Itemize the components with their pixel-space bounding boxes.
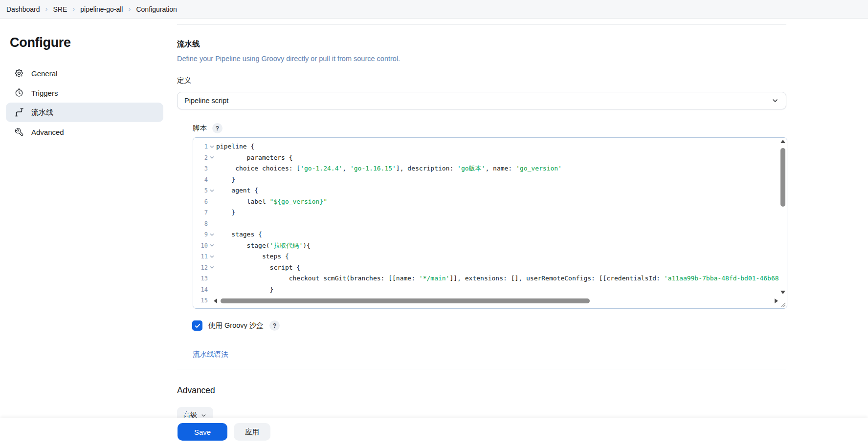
sandbox-help-button[interactable]: ?: [269, 320, 280, 331]
line-number: 13: [193, 273, 208, 284]
action-bar: Save 应用: [0, 418, 868, 446]
code-line: 7 }: [193, 207, 787, 218]
section-divider-bottom: [177, 369, 786, 369]
code-line: 14 }: [193, 284, 787, 296]
fold-toggle-icon[interactable]: [208, 188, 216, 193]
line-number: 2: [193, 152, 208, 164]
code-text: label "${go_version}": [216, 196, 327, 208]
sidebar-item-pipeline[interactable]: 流水线: [6, 103, 163, 122]
sidebar-item-wrench[interactable]: Advanced: [6, 122, 163, 142]
fold-toggle-icon[interactable]: [208, 243, 216, 248]
code-text: choice choices: ['go-1.24.4', 'go-1.16.1…: [216, 163, 562, 174]
definition-select-value: Pipeline script: [184, 97, 228, 105]
apply-button[interactable]: 应用: [234, 423, 270, 441]
code-line: 10 stage('拉取代码'){: [193, 240, 787, 252]
line-number: 14: [193, 284, 208, 296]
code-text: stages {: [216, 229, 262, 240]
pipeline-icon: [14, 107, 24, 117]
code-line: 8: [193, 218, 787, 230]
line-number: 5: [193, 185, 208, 196]
scroll-down-arrow-icon[interactable]: [780, 291, 785, 294]
pipeline-section-title: 流水线: [177, 39, 200, 49]
sidebar-item-gear[interactable]: General: [6, 64, 163, 83]
script-help-button[interactable]: ?: [212, 123, 223, 133]
sidebar-item-label: General: [31, 69, 57, 78]
code-line: 5 agent {: [193, 185, 787, 196]
pipeline-syntax-link[interactable]: 流水线语法: [193, 350, 228, 359]
code-text: script {: [216, 262, 300, 274]
fold-toggle-icon[interactable]: [208, 144, 216, 149]
advanced-section-title: Advanced: [177, 385, 215, 396]
code-line: 12 script {: [193, 262, 787, 274]
script-code-editor[interactable]: 1 pipeline { 2 parameters { 3 choice cho…: [193, 137, 787, 309]
code-text: }: [216, 174, 235, 186]
line-number: 8: [193, 218, 208, 230]
line-number: 6: [193, 196, 208, 208]
vertical-scrollbar-thumb[interactable]: [780, 148, 785, 207]
code-line: 2 parameters {: [193, 152, 787, 164]
sidebar-item-label: Triggers: [31, 89, 58, 97]
code-line: 9 stages {: [193, 229, 787, 240]
line-number: 15: [193, 295, 208, 306]
code-line: 11 steps {: [193, 251, 787, 262]
line-number: 11: [193, 251, 208, 262]
code-line: 1 pipeline {: [193, 141, 787, 152]
fold-toggle-icon[interactable]: [208, 232, 216, 237]
breadcrumb-separator-icon: ›: [45, 5, 48, 12]
code-line: 4 }: [193, 174, 787, 186]
code-text: checkout scmGit(branches: [[name: '*/mai…: [216, 273, 779, 284]
line-number: 12: [193, 262, 208, 274]
code-text: agent {: [216, 185, 258, 196]
scroll-left-arrow-icon[interactable]: [214, 298, 217, 303]
breadcrumb-separator-icon: ›: [72, 5, 75, 12]
sidebar-nav: General Triggers 流水线 Advanced: [6, 64, 163, 142]
code-text: }: [216, 207, 235, 218]
groovy-sandbox-checkbox[interactable]: [192, 320, 202, 331]
breadcrumb-separator-icon: ›: [128, 5, 131, 12]
save-button[interactable]: Save: [178, 423, 227, 441]
sidebar-item-label: 流水线: [31, 108, 53, 117]
vertical-scrollbar[interactable]: [780, 140, 786, 294]
code-line: 13 checkout scmGit(branches: [[name: '*/…: [193, 273, 787, 284]
page-title: Configure: [10, 35, 71, 50]
line-number: 10: [193, 240, 208, 252]
code-line: 3 choice choices: ['go-1.24.4', 'go-1.16…: [193, 163, 787, 174]
definition-select[interactable]: Pipeline script: [177, 92, 786, 109]
resize-grip[interactable]: [780, 301, 786, 307]
scroll-right-arrow-icon[interactable]: [775, 298, 778, 303]
line-number: 4: [193, 174, 208, 186]
section-divider-top: [177, 24, 786, 25]
gear-icon: [14, 68, 24, 78]
breadcrumb-item-configuration[interactable]: Configuration: [136, 5, 177, 13]
groovy-sandbox-label: 使用 Groovy 沙盒: [208, 321, 264, 330]
clock-icon: [14, 88, 24, 98]
pipeline-description: Define your Pipeline using Groovy direct…: [177, 55, 400, 63]
code-text: pipeline {: [216, 141, 254, 152]
horizontal-scrollbar[interactable]: [214, 297, 778, 305]
breadcrumb-item-sre[interactable]: SRE: [53, 5, 67, 13]
chevron-down-icon: [771, 97, 779, 105]
fold-toggle-icon[interactable]: [208, 265, 216, 270]
line-number: 3: [193, 163, 208, 174]
horizontal-scrollbar-thumb[interactable]: [221, 298, 590, 303]
code-text: steps {: [216, 251, 289, 262]
sidebar-item-label: Advanced: [31, 128, 64, 136]
script-label: 脚本: [193, 124, 207, 133]
wrench-icon: [14, 127, 24, 137]
sidebar-item-clock[interactable]: Triggers: [6, 83, 163, 103]
definition-label: 定义: [177, 76, 191, 85]
scroll-up-arrow-icon[interactable]: [780, 140, 785, 143]
line-number: 9: [193, 229, 208, 240]
code-lines: 1 pipeline { 2 parameters { 3 choice cho…: [193, 141, 787, 306]
breadcrumb-item-pipeline-go-all[interactable]: pipeline-go-all: [80, 5, 123, 13]
fold-toggle-icon[interactable]: [208, 155, 216, 160]
fold-toggle-icon[interactable]: [208, 254, 216, 259]
code-text: stage('拉取代码'){: [216, 240, 311, 252]
breadcrumb-item-dashboard[interactable]: Dashboard: [6, 5, 40, 13]
line-number: 1: [193, 141, 208, 152]
code-text: parameters {: [216, 152, 293, 164]
checkmark-icon: [194, 322, 201, 329]
code-text: }: [216, 284, 273, 296]
code-line: 6 label "${go_version}": [193, 196, 787, 208]
breadcrumb-bar: Dashboard›SRE›pipeline-go-all›Configurat…: [0, 0, 868, 19]
